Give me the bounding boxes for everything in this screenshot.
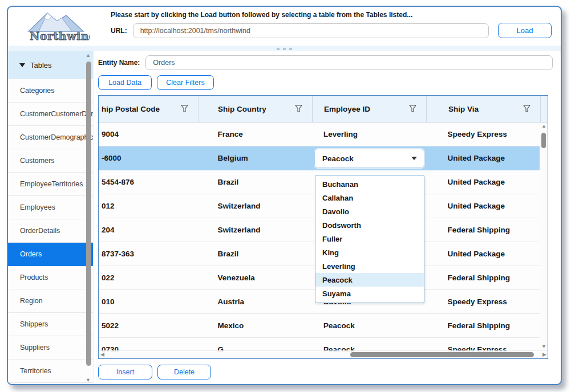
table-row[interactable]: 9004FranceLeverlingSpeedy Express [99,122,540,146]
sidebar-item-customers[interactable]: Customers [8,149,93,173]
scroll-up-icon[interactable]: ▲ [541,124,546,129]
column-header-ship-via[interactable]: Ship Via [427,96,541,122]
cell: 5454-876 [99,170,199,194]
sidebar-item-orders[interactable]: Orders [8,243,93,266]
dropdown-option-king[interactable]: King [315,246,424,259]
cell: United Package [426,170,540,194]
data-grid: hip Postal CodeShip CountryEmployee IDSh… [98,95,548,359]
funnel-icon[interactable] [523,105,531,112]
cell: Federal Shipping [426,314,540,337]
sidebar-scrollbar[interactable]: ▲ ▼ [85,53,92,383]
column-header-ship-country[interactable]: Ship Country [199,96,313,122]
cell: Peacock [312,314,426,337]
column-header-label: Employee ID [324,105,370,113]
scroll-up-icon[interactable]: ▲ [86,53,91,58]
scroll-left-icon[interactable]: ◀ [100,352,104,357]
cell: Belgium [199,146,313,170]
app-window: Northwind Please start by clicking the L… [7,6,562,385]
cell: 010 [99,290,199,313]
column-header-filler [541,96,548,122]
sidebar-item-employees[interactable]: Employees [8,196,93,219]
sidebar-scroll-thumb[interactable] [86,62,91,366]
sidebar-item-orderdetails[interactable]: OrderDetails [8,219,93,243]
employee-combobox[interactable]: Peacock [314,149,424,168]
scroll-right-icon[interactable]: ▶ [542,352,546,357]
cell: 022 [99,266,199,289]
funnel-icon[interactable] [295,105,302,112]
entity-name-label: Entity Name: [98,59,140,67]
funnel-icon[interactable] [409,105,416,112]
main-panel: Entity Name: Load Data Clear Filters hip… [94,51,561,385]
cell: 9004 [99,122,199,146]
grid-hscroll-thumb[interactable] [350,352,534,357]
sidebar-item-shippers[interactable]: Shippers [8,313,93,336]
dropdown-option-dodsworth[interactable]: Dodsworth [315,218,424,232]
grid-header-row: hip Postal CodeShip CountryEmployee IDSh… [99,96,548,122]
grid-vscroll-thumb[interactable] [541,133,546,148]
dropdown-option-suyama[interactable]: Suyama [315,287,424,300]
load-data-button[interactable]: Load Data [98,75,152,90]
grid-vertical-scrollbar[interactable]: ▲ ▼ [540,123,548,350]
scroll-down-icon[interactable]: ▼ [86,378,91,383]
url-label: URL: [111,27,127,35]
cell: Austria [199,290,313,313]
entity-name-input[interactable] [145,55,553,70]
dropdown-option-leverling[interactable]: Leverling [315,259,424,273]
sidebar-item-customerdemographics[interactable]: CustomerDemographics [8,126,93,149]
tables-sidebar: Tables CategoriesCustomerCustomerDemoCus… [8,51,94,385]
employee-combobox-value: Peacock [322,154,354,163]
sidebar-item-categories[interactable]: Categories [8,79,93,103]
cell: Switzerland [199,194,313,218]
cell: Switzerland [199,218,313,242]
cell: 8737-363 [99,242,199,266]
tables-header[interactable]: Tables [8,51,93,79]
sidebar-item-suppliers[interactable]: Suppliers [8,336,93,360]
cell: United Package [426,146,540,170]
url-input[interactable] [133,23,489,38]
column-header-label: Ship Via [448,105,479,113]
dropdown-option-buchanan[interactable]: Buchanan [315,177,424,191]
scroll-down-icon[interactable]: ▼ [541,344,546,349]
cell: -6000 [99,146,199,170]
sidebar-item-customercustomerdemo[interactable]: CustomerCustomerDemo [8,103,93,126]
load-button[interactable]: Load [498,23,552,38]
collapse-triangle-icon [19,63,25,67]
sidebar-item-products[interactable]: Products [8,266,93,289]
cell: 204 [99,218,199,242]
tables-header-label: Tables [30,61,52,70]
delete-button[interactable]: Delete [157,365,211,379]
sidebar-item-territories[interactable]: Territories [8,360,93,383]
grid-horizontal-scrollbar[interactable]: ◀ ▶ [99,350,548,358]
insert-button[interactable]: Insert [98,365,152,379]
funnel-icon[interactable] [181,105,188,112]
northwind-logo: Northwind [8,7,104,46]
cell: France [199,122,313,146]
top-header: Northwind Please start by clicking the L… [8,7,561,46]
cell: 012 [99,194,199,218]
clear-filters-button[interactable]: Clear Filters [157,75,214,90]
splitter-grip-icon [275,48,294,50]
chevron-down-icon [411,157,417,160]
cell: Venezuela [199,266,313,289]
cell: Federal Shipping [426,266,540,289]
sidebar-item-region[interactable]: Region [8,289,93,313]
svg-text:Northwind: Northwind [30,30,90,42]
instruction-text: Please start by clicking the Load button… [111,11,552,19]
dropdown-option-fuller[interactable]: Fuller [315,232,424,246]
dropdown-option-davolio[interactable]: Davolio [315,205,424,218]
cell: 5022 [99,314,199,337]
cell: Federal Shipping [426,218,540,242]
cell: United Package [426,194,540,218]
cell: Brazil [199,242,313,266]
sidebar-item-employeeterritories[interactable]: EmployeeTerritories [8,173,93,196]
table-row[interactable]: 5022MexicoPeacockFederal Shipping [99,314,540,338]
dropdown-option-peacock[interactable]: Peacock [315,273,424,287]
column-header-employee-id[interactable]: Employee ID [313,96,427,122]
dropdown-option-callahan[interactable]: Callahan [315,191,424,205]
column-header-label: Ship Country [218,105,266,113]
cell: Brazil [199,170,313,194]
splitter-bar[interactable] [8,46,561,51]
column-header-hip-postal-code[interactable]: hip Postal Code [99,96,199,122]
cell: Mexico [199,314,313,337]
cell: Leverling [312,122,426,146]
